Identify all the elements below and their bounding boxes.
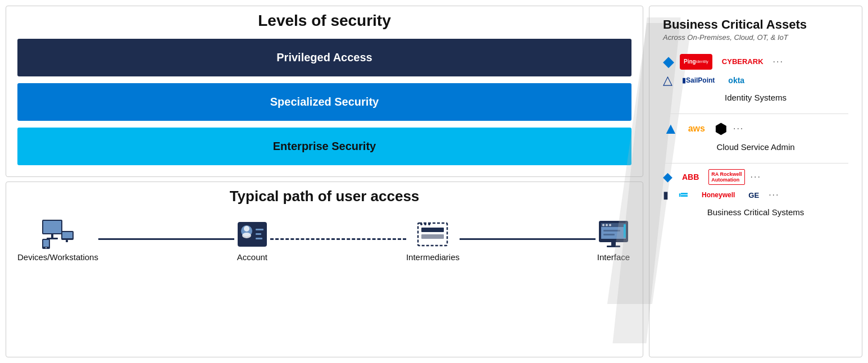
svg-point-9 bbox=[46, 247, 47, 248]
svg-rect-16 bbox=[256, 238, 262, 239]
db-logo: ≔ bbox=[674, 187, 692, 203]
left-panel: Levels of security Privileged Access Spe… bbox=[6, 6, 643, 357]
privileged-access-bar: Privileged Access bbox=[17, 39, 631, 76]
connector-1 bbox=[98, 238, 234, 240]
connector-3 bbox=[460, 238, 596, 240]
bcs-diamond-icon: ◆ bbox=[663, 170, 672, 184]
identity-logos-row2: △ ▮SailPoint okta bbox=[663, 72, 848, 88]
levels-box: Levels of security Privileged Access Spe… bbox=[6, 6, 643, 177]
bcs-custom-icon: ▮ bbox=[663, 189, 669, 201]
gcp-logo: ⬢ bbox=[715, 120, 728, 138]
main-container: Levels of security Privileged Access Spe… bbox=[0, 0, 868, 363]
svg-rect-6 bbox=[66, 240, 68, 242]
svg-rect-2 bbox=[51, 234, 53, 238]
svg-point-21 bbox=[424, 223, 426, 225]
svg-point-28 bbox=[609, 224, 611, 226]
more-bcs-dots2: ··· bbox=[769, 190, 779, 200]
more-bcs-dots: ··· bbox=[751, 172, 761, 182]
sailpoint-logo: △ bbox=[663, 73, 672, 88]
cloud-service-label: Cloud Service Admin bbox=[663, 142, 848, 152]
svg-rect-30 bbox=[603, 234, 615, 235]
business-critical-section: ◆ ABB RA RockwellAutomation ··· ▮ ≔ Hone… bbox=[663, 169, 848, 217]
cloud-service-section: ▲ aws ⬢ ··· Cloud Service Admin bbox=[663, 120, 848, 152]
azure-ad-logo: ◆ bbox=[663, 53, 674, 70]
identity-systems-section: ◆ Pingidentity CYBERARK ··· △ ▮SailPoint… bbox=[663, 53, 848, 102]
azure-logo: ▲ bbox=[663, 120, 679, 138]
honeywell-logo: Honeywell bbox=[698, 187, 739, 203]
svg-rect-18 bbox=[421, 228, 444, 232]
devices-label: Devices/Workstations bbox=[17, 252, 98, 262]
specialized-security-bar: Specialized Security bbox=[17, 83, 631, 121]
okta-logo: okta bbox=[724, 72, 748, 88]
device-workstation-icon bbox=[40, 216, 76, 252]
abb-logo: ABB bbox=[678, 169, 703, 185]
svg-point-20 bbox=[420, 223, 422, 225]
svg-point-13 bbox=[242, 233, 251, 238]
svg-rect-5 bbox=[62, 232, 72, 238]
account-icon bbox=[234, 216, 270, 252]
more-cloud-dots: ··· bbox=[733, 124, 744, 134]
path-row: Devices/Workstations bbox=[17, 216, 631, 262]
bcs-logos-row2: ▮ ≔ Honeywell GE ··· bbox=[663, 187, 848, 203]
ping-logo: Pingidentity bbox=[680, 54, 712, 70]
bca-content: Business Critical Assets Across On-Premi… bbox=[663, 17, 848, 228]
path-item-account: Account bbox=[234, 216, 270, 262]
levels-title: Levels of security bbox=[17, 12, 631, 30]
svg-rect-19 bbox=[421, 234, 444, 239]
intermediary-icon bbox=[415, 216, 451, 252]
right-panel: Business Critical Assets Across On-Premi… bbox=[649, 6, 862, 357]
path-item-devices: Devices/Workstations bbox=[17, 216, 98, 262]
identity-logos-row1: ◆ Pingidentity CYBERARK ··· bbox=[663, 53, 848, 70]
business-critical-label: Business Critical Systems bbox=[663, 207, 848, 217]
identity-systems-label: Identity Systems bbox=[663, 93, 848, 102]
account-label: Account bbox=[237, 252, 267, 262]
rockwell-logo: RA RockwellAutomation bbox=[708, 169, 744, 185]
path-box: Typical path of user access bbox=[6, 182, 643, 357]
enterprise-security-bar: Enterprise Security bbox=[17, 128, 631, 165]
svg-point-22 bbox=[428, 223, 430, 225]
svg-point-12 bbox=[244, 226, 249, 232]
bca-title: Business Critical Assets bbox=[663, 17, 848, 32]
path-title: Typical path of user access bbox=[17, 188, 631, 205]
cloud-logos-row: ▲ aws ⬢ ··· bbox=[663, 120, 848, 138]
sailpoint-text-logo: ▮SailPoint bbox=[678, 72, 719, 88]
intermediaries-label: Intermediaries bbox=[406, 252, 460, 262]
aws-logo: aws bbox=[684, 121, 709, 137]
ge-logo: GE bbox=[744, 187, 763, 203]
cyberark-logo: CYBERARK bbox=[718, 54, 767, 70]
more-identity-dots1: ··· bbox=[773, 57, 784, 67]
svg-point-27 bbox=[606, 224, 608, 226]
svg-rect-8 bbox=[43, 240, 49, 247]
svg-rect-14 bbox=[256, 229, 263, 230]
svg-point-26 bbox=[602, 224, 605, 226]
svg-rect-10 bbox=[238, 222, 267, 247]
divider-2 bbox=[663, 163, 848, 164]
svg-rect-15 bbox=[256, 233, 261, 235]
bca-subtitle: Across On-Premises, Cloud, OT, & IoT bbox=[663, 33, 848, 42]
path-item-intermediaries: Intermediaries bbox=[406, 216, 460, 262]
svg-rect-1 bbox=[43, 221, 61, 233]
connector-2-dashed bbox=[270, 238, 406, 240]
bcs-logos-row1: ◆ ABB RA RockwellAutomation ··· bbox=[663, 169, 848, 185]
divider-1 bbox=[663, 114, 848, 114]
